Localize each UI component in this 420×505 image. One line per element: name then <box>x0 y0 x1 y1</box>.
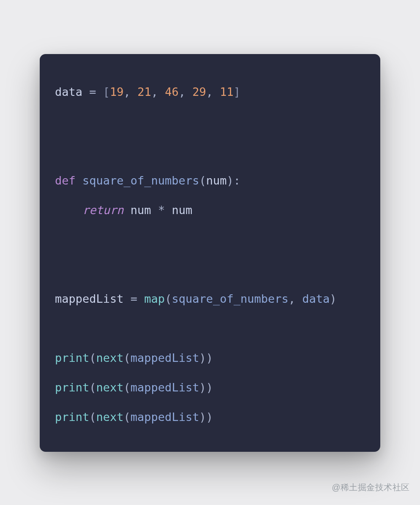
watermark-text: @稀土掘金技术社区 <box>332 482 410 493</box>
code-content: data = [19, 21, 46, 29, 11] def square_o… <box>55 85 337 424</box>
code-card: data = [19, 21, 46, 29, 11] def square_o… <box>40 54 380 452</box>
code-block: data = [19, 21, 46, 29, 11] def square_o… <box>55 78 365 432</box>
